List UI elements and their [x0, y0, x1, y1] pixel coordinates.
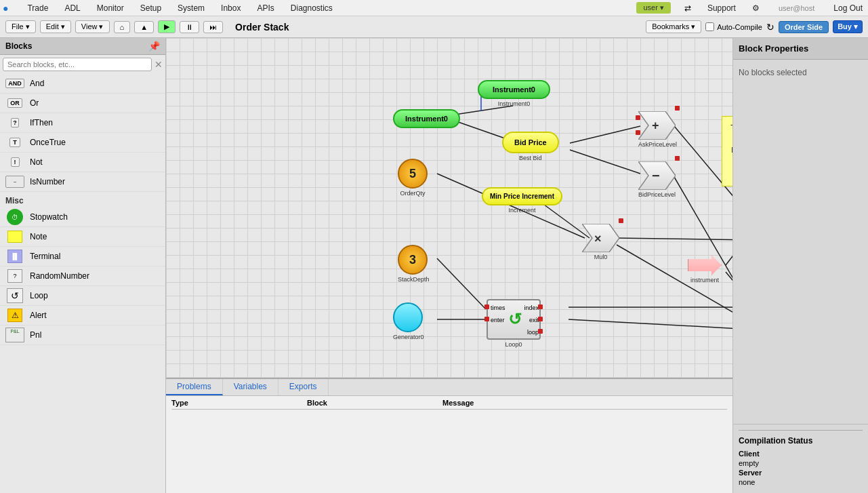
menu-system[interactable]: System [175, 3, 207, 13]
add-block[interactable]: + AskPriceLevel [638, 111, 677, 148]
loop-times-label: times [491, 302, 505, 314]
add-input-dot-1 [636, 115, 640, 120]
nav-step-button[interactable]: ⏭ [203, 21, 223, 33]
tab-problems[interactable]: Problems [166, 379, 223, 395]
stack-depth-block[interactable]: 3 StackDepth [398, 245, 430, 283]
dob-note-block[interactable]: The Discrete Order Block settings use th… [722, 116, 732, 186]
stack-depth[interactable]: 3 [398, 245, 428, 275]
block-item-ifthen[interactable]: ? IfThen [0, 113, 165, 133]
order-side-button[interactable]: Order Side [779, 21, 829, 33]
menu-apis[interactable]: APIs [254, 3, 276, 13]
tab-exports[interactable]: Exports [278, 379, 329, 395]
refresh-icon[interactable]: ⇄ [684, 3, 691, 13]
tab-variables[interactable]: Variables [223, 379, 278, 395]
oncetrue-icon: T [5, 135, 24, 150]
min-price[interactable]: Min Price Increment [482, 187, 562, 205]
block-item-note[interactable]: Note [0, 227, 165, 247]
dob-note-text: The Discrete Order Block settings use th… [728, 122, 732, 167]
nav-home-button[interactable]: ⌂ [114, 21, 131, 33]
menu-diagnostics[interactable]: Diagnostics [288, 3, 335, 13]
menu-inbox[interactable]: Inbox [218, 3, 243, 13]
alert-label: Alert [30, 311, 47, 320]
search-row: ✕ [0, 55, 165, 74]
auto-compile-checkbox[interactable] [705, 22, 714, 31]
search-clear-icon[interactable]: ✕ [154, 59, 163, 70]
generator[interactable] [393, 302, 423, 332]
note-icon [5, 229, 24, 244]
loop-block[interactable]: times enter ↺ index exit loop [487, 299, 541, 348]
order-qty[interactable]: 5 [398, 159, 428, 189]
menu-bar: ● Trade ADL Monitor Setup System Inbox A… [0, 0, 868, 16]
block-item-isnumber[interactable]: ~ IsNumber [0, 172, 165, 192]
generator-block[interactable]: Generator0 [393, 302, 424, 340]
instrument0-oval[interactable]: Instrument0 [393, 109, 460, 128]
misc-section-title: Misc [0, 192, 165, 208]
nav-up-button[interactable]: ▲ [134, 21, 154, 33]
nav-play-button[interactable]: ▶ [158, 20, 175, 33]
order-qty-block[interactable]: 5 OrderQty [398, 159, 428, 197]
instrument0-oval-block[interactable]: Instrument0 [393, 109, 460, 128]
block-item-or[interactable]: OR Or [0, 94, 165, 113]
bid-price-block[interactable]: Bid Price Best Bid [502, 132, 559, 161]
arrow-block[interactable]: instrument [688, 255, 722, 283]
stack-depth-sublabel: StackDepth [398, 276, 430, 283]
bookmarks-button[interactable]: Bookmarks ▾ [646, 20, 701, 33]
logout-button[interactable]: Log Out [831, 3, 865, 13]
blocks-pin-icon[interactable]: 📌 [148, 41, 160, 52]
subtract-block[interactable]: − BidPriceLevel [638, 161, 676, 198]
arrow-sublabel: instrument [688, 277, 722, 283]
loop-times-port [484, 304, 489, 309]
isnumber-label: IsNumber [30, 177, 65, 186]
or-label: Or [30, 98, 39, 108]
col-message: Message [442, 399, 727, 407]
nav-pause-button[interactable]: ⏸ [180, 21, 199, 33]
multiply-block[interactable]: × Mul0 [582, 224, 619, 260]
support-link[interactable]: Support [705, 3, 739, 13]
col-type: Type [171, 399, 307, 407]
refresh-compile-icon[interactable]: ↻ [766, 22, 774, 33]
block-item-oncetrue[interactable]: T OnceTrue [0, 133, 165, 153]
instrument0-top-sublabel: Instrument0 [478, 100, 550, 107]
bid-price[interactable]: Bid Price [502, 132, 559, 153]
auto-compile-label: Auto-Compile [705, 22, 762, 31]
menu-monitor[interactable]: Monitor [94, 3, 127, 13]
instrument0-top[interactable]: Instrument0 [478, 80, 550, 99]
multiply-sublabel: Mul0 [582, 254, 619, 260]
edit-menu-button[interactable]: Edit ▾ [40, 20, 71, 33]
ifthen-label: IfThen [30, 118, 53, 127]
svg-text:+: + [652, 119, 659, 132]
loop-exit-label: exit [524, 314, 539, 326]
bottom-table: Type Block Message [166, 396, 732, 414]
menu-setup[interactable]: Setup [138, 3, 164, 13]
block-item-and[interactable]: AND And [0, 74, 165, 94]
right-panel-header: Block Properties [733, 38, 868, 60]
stopwatch-icon: ⏱ [5, 210, 24, 224]
block-item-pnl[interactable]: P&L Pnl [0, 326, 165, 345]
min-price-block[interactable]: Min Price Increment Increment [482, 187, 562, 214]
settings-icon[interactable]: ⚙ [749, 3, 762, 13]
search-input[interactable] [3, 58, 152, 71]
and-label: And [30, 79, 44, 88]
compilation-status: Compilation Status Client empty Server n… [733, 424, 868, 493]
client-value-row: empty [739, 459, 863, 467]
ifthen-icon: ? [5, 115, 24, 130]
menu-trade[interactable]: Trade [24, 3, 51, 13]
pnl-label: Pnl [30, 330, 41, 340]
client-row: Client [739, 450, 863, 458]
block-item-loop[interactable]: ↺ Loop [0, 286, 165, 306]
block-item-not[interactable]: ! Not [0, 153, 165, 172]
block-item-alert[interactable]: ⚠ Alert [0, 306, 165, 326]
block-item-terminal[interactable]: ▐▌ Terminal [0, 247, 165, 267]
block-item-stopwatch[interactable]: ⏱ Stopwatch [0, 208, 165, 227]
loop[interactable]: times enter ↺ index exit loop [487, 299, 541, 340]
menu-adl[interactable]: ADL [62, 3, 83, 13]
buy-button[interactable]: Buy ▾ [833, 20, 863, 33]
instrument0-top-block[interactable]: Instrument0 Instrument0 [478, 80, 550, 107]
pnl-icon: P&L [5, 328, 24, 342]
block-item-randomnumber[interactable]: ? RandomNumber [0, 267, 165, 286]
user-menu[interactable]: user ▾ [636, 2, 670, 14]
view-menu-button[interactable]: View ▾ [75, 20, 110, 33]
file-menu-button[interactable]: File ▾ [5, 20, 36, 33]
add-chevron-svg: + [638, 111, 676, 140]
page-title: Order Stack [235, 22, 289, 33]
